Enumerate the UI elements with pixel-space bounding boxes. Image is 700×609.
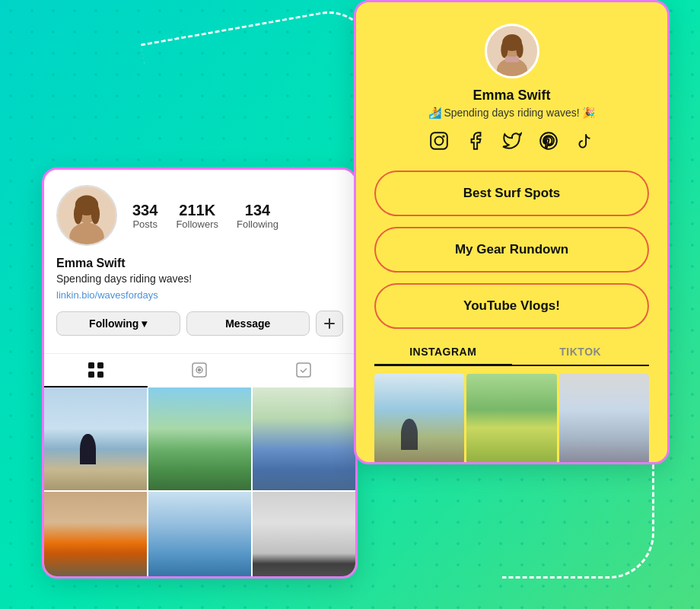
svg-point-23 [442,135,444,137]
ig-tab-tagged[interactable] [252,354,355,387]
pinterest-icon[interactable] [539,131,558,155]
ig-link[interactable]: linkin.bio/wavesfordays [56,289,158,301]
lt-tab-instagram[interactable]: INSTAGRAM [374,340,512,366]
svg-point-19 [516,41,523,58]
twitter-icon[interactable] [502,131,522,155]
best-surf-spots-link[interactable]: Best Surf Spots [374,171,649,216]
svg-point-12 [199,369,201,371]
lt-photo-1[interactable] [374,374,464,464]
lt-profile-bio: 🏄 Spending days riding waves! 🎉 [374,107,649,119]
ig-bio: Spending days riding waves! [56,273,343,285]
ig-profile-section: 334 Posts 211K Followers 134 Following E… [44,170,355,346]
ig-grid-photo-6[interactable] [253,492,355,579]
ig-grid-photo-5[interactable] [148,492,251,579]
instagram-card: 334 Posts 211K Followers 134 Following E… [42,167,358,579]
svg-point-18 [501,41,508,58]
add-friend-button[interactable] [316,311,343,336]
youtube-vlogs-link[interactable]: YouTube Vlogs! [374,283,649,329]
ig-grid-photo-4[interactable] [44,492,147,579]
ig-photo-grid [44,387,355,579]
ig-stats: 334 Posts 211K Followers 134 Following [132,202,343,230]
svg-point-5 [91,204,100,225]
tiktok-icon[interactable] [575,131,595,155]
ig-stat-followers: 211K Followers [176,202,218,230]
lt-instagram-photos [374,374,649,464]
svg-rect-6 [88,362,94,368]
ig-grid-photo-3[interactable] [253,387,355,490]
lt-photo-2[interactable] [466,374,556,464]
linktree-card: Emma Swift 🏄 Spending days riding waves!… [354,0,670,464]
svg-rect-20 [504,56,518,62]
ig-username: Emma Swift [56,257,343,270]
message-button[interactable]: Message [186,311,310,336]
lt-profile-name: Emma Swift [374,88,649,104]
following-button[interactable]: Following ▾ [56,311,180,336]
facebook-icon[interactable] [466,131,485,155]
lt-avatar [485,24,539,78]
svg-rect-21 [431,132,447,149]
svg-rect-7 [97,362,103,368]
svg-rect-9 [97,371,103,378]
ig-tab-grid[interactable] [44,354,148,387]
ig-actions: Following ▾ Message [56,311,343,336]
svg-point-22 [434,137,443,145]
dashed-line-bottom [502,464,654,579]
lt-tab-tiktok[interactable]: TIKTOK [512,340,650,365]
ig-grid-photo-2[interactable] [148,387,251,490]
svg-point-4 [74,204,82,225]
my-gear-rundown-link[interactable]: My Gear Rundown [374,227,649,273]
lt-avatar-wrap [374,24,649,78]
ig-stats-row: 334 Posts 211K Followers 134 Following [56,185,343,246]
lt-tab-bar: INSTAGRAM TIKTOK [374,340,649,366]
ig-tab-reels[interactable] [148,354,251,387]
svg-rect-8 [88,371,94,378]
ig-avatar [56,185,117,246]
lt-photo-3[interactable] [559,374,649,464]
instagram-icon[interactable] [429,131,449,155]
ig-grid-photo-1[interactable] [44,387,147,490]
ig-stat-following: 134 Following [237,202,278,230]
svg-rect-13 [297,363,310,377]
ig-stat-posts: 334 Posts [132,202,158,230]
lt-social-icons [374,131,649,155]
ig-tab-bar [44,353,355,387]
